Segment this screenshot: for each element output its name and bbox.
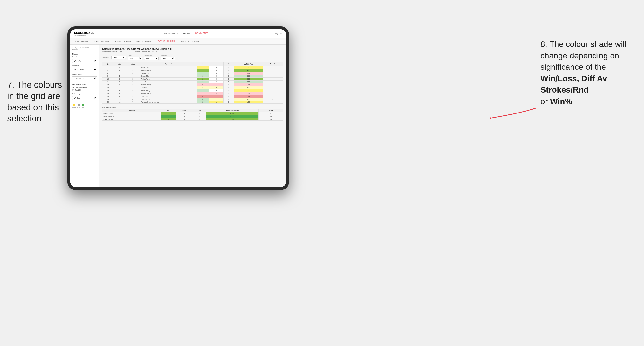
- out-of-division-title: Out of division: [102, 106, 283, 108]
- colour-by-select[interactable]: Win/loss: [72, 96, 97, 100]
- opponent-view-radio-group: Opponents Played Top 100: [72, 87, 97, 91]
- legend: Down Level Up: [72, 104, 97, 108]
- table-row: 11 5 2 Heejo Hyun 1 0 0 3.33 3: [102, 81, 283, 83]
- nav-items: TOURNAMENTS TEAMS COMMITTEE: [161, 32, 208, 35]
- annotation-left-text: 7. The colours in the grid are based on …: [7, 80, 62, 123]
- logo-sub: Powered by clippd: [74, 34, 94, 36]
- nav-teams[interactable]: TEAMS: [183, 32, 190, 35]
- division-label: Division: [72, 65, 97, 66]
- division-select[interactable]: NCAA Division III: [72, 68, 97, 71]
- table-row: 15 8 5 Stella Cheng 1 0 0 1.25 4: [102, 89, 283, 92]
- col-header-tie: Tie: [224, 62, 234, 66]
- col-header-div: #Div: [102, 62, 114, 66]
- arrow-right-icon: [490, 103, 538, 123]
- ood-col-rounds: Rounds: [258, 109, 283, 112]
- sub-nav-team-h2h-heatmap[interactable]: TEAM H2H HEATMAP: [113, 38, 132, 44]
- main-content: Last Updated: 27/03/2024 16:55:38 Player…: [70, 45, 286, 187]
- conference-filter-label: Conference: [144, 55, 159, 56]
- app-header: SCOREBOARD Powered by clippd TOURNAMENTS…: [70, 29, 286, 38]
- legend-down: Down: [72, 104, 76, 108]
- annotation-right-text: 8. The colour shade will change dependin…: [540, 39, 626, 71]
- opponent-view-title: Opponent view: [72, 83, 97, 86]
- annotation-right-bold4: Win%: [550, 97, 572, 106]
- col-header-reg: #Reg: [114, 62, 126, 66]
- tablet-device: SCOREBOARD Powered by clippd TOURNAMENTS…: [68, 26, 289, 190]
- colour-by-label: Colour by: [72, 93, 97, 95]
- legend-level: Level: [77, 104, 80, 108]
- table-row: 18 2 2 Euna Lee 0 1 0 -5.00 2: [102, 95, 283, 98]
- ood-col-win: Win: [160, 109, 176, 112]
- header-right: Sign out: [275, 32, 282, 35]
- list-item: Foreign Team 1 0 0 4.500 2: [102, 112, 283, 115]
- region-filter-label: Region: [128, 55, 142, 56]
- sub-nav-player-h2h-heatmap[interactable]: PLAYER H2H HEATMAP: [179, 38, 200, 44]
- opponent-filter-group: Opponent (All): [160, 55, 175, 60]
- annotation-left: 7. The colours in the grid are based on …: [7, 79, 65, 124]
- table-row: 20 11 7 Federica Domecq Lacroze 2 1 0 1.…: [102, 101, 283, 104]
- opponent-filter-label: Opponent: [160, 55, 175, 56]
- radio-opponents-played[interactable]: Opponents Played: [72, 87, 97, 88]
- legend-up: Up: [82, 104, 84, 108]
- ood-col-loss: Loss: [176, 109, 193, 112]
- nav-committee[interactable]: COMMITTEE: [195, 32, 208, 35]
- radio-top100[interactable]: Top 100: [72, 89, 97, 91]
- conference-filter-group: Conference (All): [144, 55, 159, 60]
- radio-dot-1: [72, 87, 74, 88]
- list-item: NCAA Division 2 5 0 0 7.400 10: [102, 118, 283, 121]
- nav-tournaments[interactable]: TOURNAMENTS: [161, 32, 178, 35]
- player-section-title: Player: [72, 53, 97, 55]
- sub-nav: TEAM SUMMARY TEAM H2H GRID TEAM H2H HEAT…: [70, 38, 286, 45]
- logo-area: SCOREBOARD Powered by clippd: [74, 31, 94, 36]
- main-data-table: #Div #Reg #Conf Opponent Win Loss Tie Di…: [102, 62, 283, 104]
- annotation-right-bold1: Win/Loss,: [540, 74, 579, 83]
- opponent-filter-select[interactable]: (All): [160, 57, 175, 60]
- logo-text: SCOREBOARD: [74, 31, 94, 34]
- col-header-diff: Diff AvStrokes/Rnd: [234, 62, 263, 66]
- table-row: 5 2 2 Alexis Sudijanto 1 0 0 4.00 3: [102, 69, 283, 72]
- sub-nav-team-summary[interactable]: TEAM SUMMARY: [74, 38, 90, 44]
- ood-col-tie: Tie: [193, 109, 206, 112]
- division-record: Division Record: 331 - 34 - 6: [134, 51, 157, 53]
- table-row: 9 1 4 Sharon Mun 1 0 0 3.67 3: [102, 75, 283, 78]
- grid-title: Katelyn Vo Head-to-Head Grid for Women's…: [102, 48, 283, 50]
- sign-out-link[interactable]: Sign out: [275, 32, 282, 35]
- record-line: Overall Record: 353 - 34 - 6 Division Re…: [102, 51, 283, 53]
- table-row: 13 1 1 Jessica Huang 0 1 0 -3.00 2: [102, 83, 283, 86]
- region-filter-select[interactable]: (All): [128, 57, 142, 60]
- sub-nav-player-summary[interactable]: PLAYER SUMMARY: [136, 38, 154, 44]
- legend-dot-up: [82, 104, 84, 106]
- opponents-filter-select[interactable]: (All): [112, 56, 126, 59]
- filter-row: Opponents: (All) Region (All) Conference…: [102, 55, 283, 60]
- table-row: 14 7 4 Eunice Yi 2 2 0 0.38 9: [102, 86, 283, 89]
- region-filter-group: Region (All): [128, 55, 142, 60]
- table-row: 3 1 1 Esther Lee 1 0 1 1.50 4: [102, 66, 283, 69]
- sub-nav-team-h2h-grid[interactable]: TEAM H2H GRID: [94, 38, 109, 44]
- col-header-conf: #Conf: [126, 62, 140, 66]
- out-of-division-table: Opponent Win Loss Tie Diff Av Strokes/Rn…: [102, 109, 283, 121]
- tablet-screen: SCOREBOARD Powered by clippd TOURNAMENTS…: [70, 29, 286, 187]
- legend-dot-level: [78, 104, 80, 106]
- ood-col-opponent: Opponent: [102, 109, 161, 112]
- conference-filter-select[interactable]: (All): [144, 57, 159, 60]
- list-item: NAIA Division 1 15 0 0 9.267 30: [102, 115, 283, 118]
- table-row: 10 6 3 Andrea York 2 0 0 4.00 4: [102, 78, 283, 81]
- sidebar: Last Updated: 27/03/2024 16:55:38 Player…: [70, 45, 99, 187]
- col-header-win: Win: [197, 62, 209, 66]
- gender-select[interactable]: Women's: [72, 59, 97, 63]
- content-area: Katelyn Vo Head-to-Head Grid for Women's…: [99, 45, 286, 187]
- table-row: 16 9 1 Jessica Mason 1 2 0 -0.94: [102, 92, 283, 95]
- legend-dot-down: [73, 104, 75, 106]
- ood-col-diff: Diff Av Strokes/Rnd: [206, 109, 258, 112]
- player-rank-select[interactable]: 8. Katelyn Vo: [72, 76, 97, 80]
- gender-label: Gender: [72, 56, 97, 58]
- col-header-rounds: Rounds: [263, 62, 283, 66]
- radio-dot-2: [72, 89, 74, 91]
- annotation-right-bold3: or: [540, 97, 548, 106]
- opponents-filter-label: Opponents:: [102, 57, 110, 58]
- player-rank-label: Player (Rank): [72, 73, 97, 75]
- last-updated: Last Updated: 27/03/2024 16:55:38: [72, 47, 97, 51]
- col-header-opponent: Opponent: [140, 62, 197, 66]
- sub-nav-player-h2h-grid[interactable]: PLAYER H2H GRID: [158, 38, 175, 44]
- table-row: 6 3 3 Sydney Kuo 1 0 0 -1.00: [102, 72, 283, 75]
- table-row: 19 10 6 Emily Chang 4 1 0 0.30 11: [102, 98, 283, 101]
